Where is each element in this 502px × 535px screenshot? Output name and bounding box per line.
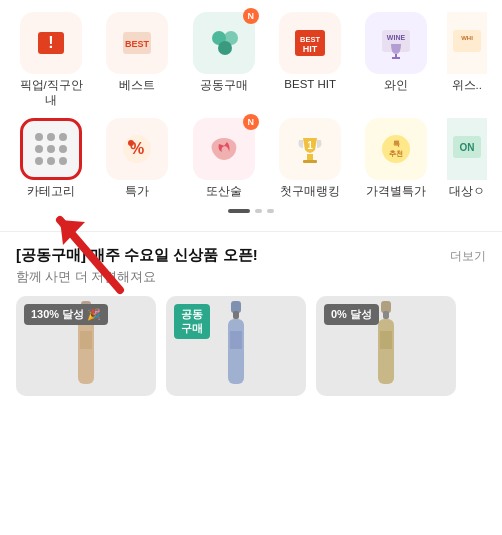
category-label-wine: 와인 — [384, 78, 408, 93]
category-label-sale: 특가 — [125, 184, 149, 199]
category-item-whisky[interactable]: WHI 위스.. — [447, 12, 487, 108]
svg-text:BEST: BEST — [125, 39, 150, 49]
category-item-on[interactable]: ON 대상ㅇ — [447, 118, 487, 199]
category-item-group[interactable]: N 공동구매 — [188, 12, 260, 108]
product-image-2: 공동구매 — [166, 296, 306, 396]
page-dot-3 — [267, 209, 274, 213]
wine-icon: WINE — [377, 24, 415, 62]
product-card-1[interactable]: 130% 달성 🎉 — [16, 296, 156, 396]
category-item-wine[interactable]: WINE 와인 — [360, 12, 432, 108]
svg-rect-37 — [378, 319, 394, 384]
category-icon-sale: % — [106, 118, 168, 180]
svg-rect-33 — [228, 319, 244, 384]
category-label-pickup: 픽업/직구안내 — [15, 78, 87, 108]
category-icon-whisky: WHI — [447, 12, 487, 74]
section-title: [공동구매] 매주 수요일 신상품 오픈! — [16, 244, 258, 265]
category-label-besthit: BEST HIT — [284, 78, 336, 90]
whisky-icon: WHI — [448, 24, 486, 62]
more-link[interactable]: 더보기 — [450, 248, 486, 265]
category-icon-wine: WINE — [365, 12, 427, 74]
best-icon: BEST — [118, 24, 156, 62]
categories-row-2: 카테고리 % 특가 N 또산술 — [8, 118, 494, 199]
category-icon-best: BEST — [106, 12, 168, 74]
svg-point-18 — [128, 140, 134, 146]
svg-text:WINE: WINE — [387, 34, 406, 41]
category-icon-pickup: ! — [20, 12, 82, 74]
svg-rect-36 — [383, 311, 389, 319]
sale-icon: % — [118, 130, 156, 168]
page-dot-active — [228, 209, 250, 213]
svg-point-6 — [218, 41, 232, 55]
pickup-icon: ! — [32, 24, 70, 62]
badge-new-group: N — [243, 8, 259, 24]
svg-rect-29 — [78, 319, 94, 384]
svg-text:1: 1 — [307, 140, 313, 151]
besthit-icon: BEST HIT — [291, 24, 329, 62]
svg-text:ON: ON — [459, 142, 474, 153]
svg-text:특: 특 — [393, 140, 400, 148]
badge-new-another: N — [243, 114, 259, 130]
category-label-another: 또산술 — [206, 184, 242, 199]
category-item-sale[interactable]: % 특가 — [101, 118, 173, 199]
category-item-pickup[interactable]: ! 픽업/직구안내 — [15, 12, 87, 108]
categories-section: ! 픽업/직구안내 BEST 베스트 N — [0, 0, 502, 232]
category-dot-grid — [35, 133, 67, 165]
category-label-category: 카테고리 — [27, 184, 75, 199]
category-label-price: 가격별특가 — [366, 184, 426, 199]
category-item-price[interactable]: 특 추천 가격별특가 — [360, 118, 432, 199]
ranking-icon: 1 — [291, 130, 329, 168]
svg-rect-14 — [453, 30, 481, 52]
product-card-2[interactable]: 공동구매 — [166, 296, 306, 396]
category-icon-price: 특 추천 — [365, 118, 427, 180]
category-label-best: 베스트 — [119, 78, 155, 93]
svg-text:BEST: BEST — [300, 35, 320, 44]
another-icon — [205, 130, 243, 168]
category-icon-another: N — [193, 118, 255, 180]
category-label-ranking: 첫구매랭킹 — [280, 184, 340, 199]
svg-rect-30 — [80, 331, 92, 349]
category-item-best[interactable]: BEST 베스트 — [101, 12, 173, 108]
svg-rect-19 — [307, 154, 313, 160]
category-icon-besthit: BEST HIT — [279, 12, 341, 74]
section-header: [공동구매] 매주 수요일 신상품 오픈! 더보기 — [0, 232, 502, 269]
category-item-ranking[interactable]: 1 첫구매랭킹 — [274, 118, 346, 199]
category-icon-category — [20, 118, 82, 180]
product-badge-2: 공동구매 — [174, 304, 210, 339]
product-badge-3: 0% 달성 — [324, 304, 379, 325]
category-item-another[interactable]: N 또산술 — [188, 118, 260, 199]
svg-rect-34 — [230, 331, 242, 349]
svg-rect-38 — [380, 331, 392, 349]
category-icon-ranking: 1 — [279, 118, 341, 180]
category-icon-group: N — [193, 12, 255, 74]
bottle-svg-2 — [221, 301, 251, 391]
svg-text:!: ! — [48, 34, 53, 51]
svg-text:WHI: WHI — [461, 35, 473, 41]
product-image-1: 130% 달성 🎉 — [16, 296, 156, 396]
product-badge-1: 130% 달성 🎉 — [24, 304, 108, 325]
product-image-3: 0% 달성 — [316, 296, 456, 396]
price-icon: 특 추천 — [377, 130, 415, 168]
svg-text:추천: 추천 — [389, 150, 403, 157]
group-icon — [205, 24, 243, 62]
section-subtitle: 함께 사면 더 저렴해져요 — [0, 269, 502, 296]
category-label-group: 공동구매 — [200, 78, 248, 93]
category-icon-on: ON — [447, 118, 487, 180]
svg-rect-20 — [303, 160, 317, 163]
category-item-category[interactable]: 카테고리 — [15, 118, 87, 199]
categories-row-1: ! 픽업/직구안내 BEST 베스트 N — [8, 12, 494, 108]
page-indicator — [8, 209, 494, 213]
svg-rect-32 — [233, 311, 239, 319]
on-icon: ON — [448, 130, 486, 168]
category-label-on: 대상ㅇ — [449, 184, 485, 199]
product-card-3[interactable]: 0% 달성 — [316, 296, 456, 396]
products-row: 130% 달성 🎉 공동구매 0% 달성 — [0, 296, 502, 396]
page-dot-2 — [255, 209, 262, 213]
category-item-besthit[interactable]: BEST HIT BEST HIT — [274, 12, 346, 108]
svg-text:HIT: HIT — [303, 44, 318, 54]
category-label-whisky: 위스.. — [452, 78, 482, 93]
